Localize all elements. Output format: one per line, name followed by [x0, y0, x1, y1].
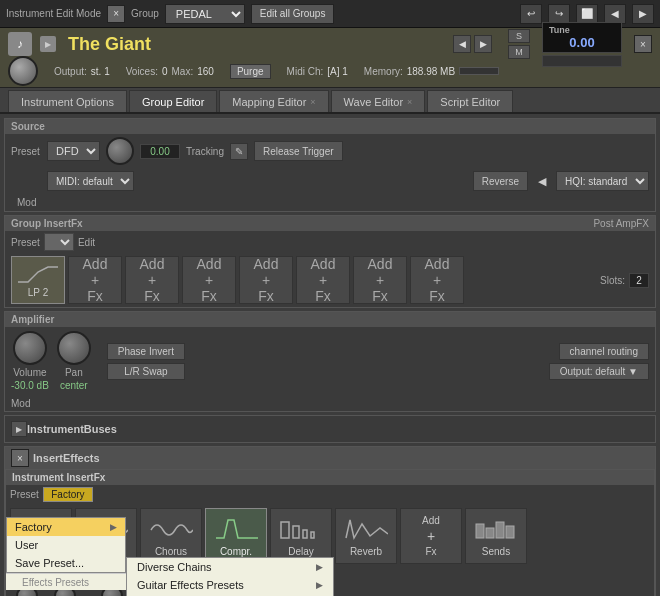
m-button[interactable]: M — [508, 45, 530, 59]
sends-wave — [474, 516, 518, 544]
instrument-icon: ♪ — [8, 32, 32, 56]
svg-rect-1 — [293, 526, 299, 538]
edit-label: Edit — [78, 237, 95, 248]
compressor-wave — [214, 516, 258, 544]
memory-label: Memory: — [364, 66, 403, 77]
fx-slot-add-3[interactable]: Add + Fx — [182, 256, 236, 304]
output-indicator[interactable]: ▶ — [40, 36, 56, 52]
volume-knob[interactable] — [13, 331, 47, 365]
close-button[interactable]: × — [107, 5, 125, 23]
svg-rect-7 — [506, 526, 514, 538]
slots-label: Slots: — [600, 275, 625, 286]
inst-insertfx-header: Instrument InsertFx — [6, 470, 654, 485]
phase-invert-button[interactable]: Phase Invert — [107, 343, 185, 360]
lp2-label: LP 2 — [28, 287, 48, 298]
undo-button[interactable]: ↩ — [520, 4, 542, 24]
menu-item-user[interactable]: User — [7, 536, 125, 554]
instrument-edit-mode-label: Instrument Edit Mode — [6, 8, 101, 19]
fx-slot-add-4[interactable]: Add + Fx — [239, 256, 293, 304]
svg-rect-2 — [303, 530, 307, 538]
wave-editor-close[interactable]: × — [407, 97, 412, 107]
buses-label: InstrumentBuses — [27, 423, 117, 435]
mod-label: Mod — [11, 196, 42, 209]
tracking-label: Tracking — [186, 146, 224, 157]
instrument-knob[interactable] — [8, 56, 38, 86]
tab-group-editor[interactable]: Group Editor — [129, 90, 217, 112]
svg-rect-0 — [281, 522, 289, 538]
tracking-button[interactable]: ✎ — [230, 143, 248, 160]
svg-rect-3 — [311, 532, 314, 538]
instrument-buses-section: ▶ InstrumentBuses — [4, 415, 656, 443]
s-button[interactable]: S — [508, 29, 530, 43]
group-label: Group — [131, 8, 159, 19]
fx-slot-add-5[interactable]: Add + Fx — [296, 256, 350, 304]
fx-slot-add-2[interactable]: Add + Fx — [125, 256, 179, 304]
insert-effects-section: × InsertEffects Instrument InsertFx Pres… — [4, 446, 656, 596]
dfd-selector[interactable]: DFD — [47, 141, 100, 161]
ifx-slot-reverb[interactable]: Reverb — [335, 508, 397, 564]
fx-slot-add-7[interactable]: Add + Fx — [410, 256, 464, 304]
tune-value: 0.00 — [140, 144, 180, 159]
channel-routing-button[interactable]: channel routing — [559, 343, 649, 360]
preset-label: Preset — [11, 146, 41, 157]
inst-next-button[interactable]: ▶ — [474, 35, 492, 53]
ifx-slot-compressor[interactable]: Compr. — [205, 508, 267, 564]
ifx-slot-add[interactable]: Add + Fx — [400, 508, 462, 564]
mapping-editor-close[interactable]: × — [310, 97, 315, 107]
delay-wave — [279, 516, 323, 544]
save-button[interactable]: ⬜ — [576, 4, 598, 24]
midi-default-selector[interactable]: MIDI: default — [47, 171, 134, 191]
tune-display: Tune 0.00 — [542, 22, 622, 53]
hqi-selector[interactable]: HQI: standard — [556, 171, 649, 191]
submenu-item-diverse-chains[interactable]: Diverse Chains ▶ — [127, 558, 333, 576]
output-label: Output: — [54, 66, 87, 77]
chorus2-wave — [149, 516, 193, 544]
tab-mapping-editor[interactable]: Mapping Editor × — [219, 90, 328, 112]
voices-value: 0 — [162, 66, 168, 77]
menu-item-save-preset[interactable]: Save Preset... — [7, 554, 125, 572]
memory-value: 188.98 MB — [407, 66, 455, 77]
svg-rect-5 — [486, 528, 494, 538]
factory-arrow: ▶ — [110, 522, 117, 532]
inst-prev-button[interactable]: ◀ — [453, 35, 471, 53]
tune-knob[interactable] — [106, 137, 134, 165]
preset-row-label: Preset — [11, 237, 40, 248]
instrument-close-button[interactable]: × — [634, 35, 652, 53]
svg-rect-4 — [476, 524, 484, 538]
tab-instrument-options[interactable]: Instrument Options — [8, 90, 127, 112]
redo-button[interactable]: ↪ — [548, 4, 570, 24]
group-insertfx-label: Group InsertFx — [11, 218, 83, 229]
ifx-slot-chorus2[interactable]: Chorus — [140, 508, 202, 564]
submenu-item-guitar-effects[interactable]: Guitar Effects Presets ▶ — [127, 576, 333, 594]
edit-all-groups-button[interactable]: Edit all Groups — [251, 4, 335, 24]
fx-slot-add-6[interactable]: Add + Fx — [353, 256, 407, 304]
volume-value: -30.0 dB — [11, 380, 49, 391]
fx-slot-lp2[interactable]: LP 2 — [11, 256, 65, 304]
ifx-slot-delay[interactable]: Delay — [270, 508, 332, 564]
group-fx-preset-selector[interactable] — [44, 233, 74, 251]
tab-script-editor[interactable]: Script Editor — [427, 90, 513, 112]
ifx-slot-sends[interactable]: Sends — [465, 508, 527, 564]
memory-bar — [459, 67, 499, 75]
pan-knob[interactable] — [57, 331, 91, 365]
release-trigger-button[interactable]: Release Trigger — [254, 141, 343, 161]
purge-button[interactable]: Purge — [230, 64, 271, 79]
insert-close-button[interactable]: × — [11, 449, 29, 467]
context-menu: Factory ▶ User Save Preset... Diverse Ch… — [6, 517, 126, 590]
max-label: Max: — [172, 66, 194, 77]
fx-slot-add-1[interactable]: Add + Fx — [68, 256, 122, 304]
voices-label: Voices: — [126, 66, 158, 77]
output-value: st. 1 — [91, 66, 110, 77]
lr-swap-button[interactable]: L/R Swap — [107, 363, 185, 380]
factory-button[interactable]: Factory — [43, 487, 93, 502]
buses-expand-button[interactable]: ▶ — [11, 421, 27, 437]
group-selector[interactable]: PEDAL — [165, 4, 245, 24]
effects-presets-label: Effects Presets — [14, 575, 97, 590]
next-button[interactable]: ▶ — [632, 4, 654, 24]
post-amp-label: Post AmpFX — [593, 218, 649, 229]
output-default-button[interactable]: Output: default ▼ — [549, 363, 649, 380]
prev-button[interactable]: ◀ — [604, 4, 626, 24]
tab-wave-editor[interactable]: Wave Editor × — [331, 90, 426, 112]
reverse-button[interactable]: Reverse — [473, 171, 528, 191]
menu-item-factory[interactable]: Factory ▶ — [7, 518, 125, 536]
